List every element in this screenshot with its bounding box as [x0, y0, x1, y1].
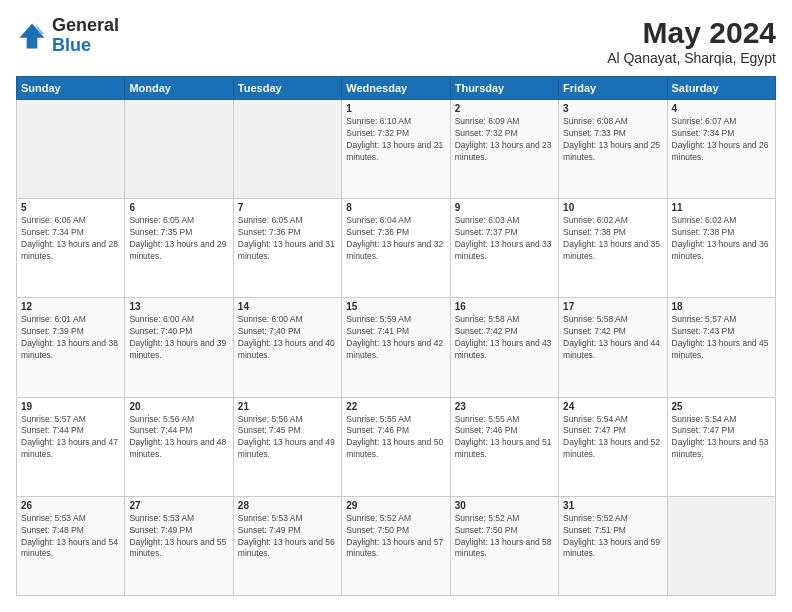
calendar-cell: 18Sunrise: 5:57 AMSunset: 7:43 PMDayligh… — [667, 298, 775, 397]
day-number: 22 — [346, 401, 445, 412]
day-number: 9 — [455, 202, 554, 213]
calendar-cell: 6Sunrise: 6:05 AMSunset: 7:35 PMDaylight… — [125, 199, 233, 298]
calendar-cell: 16Sunrise: 5:58 AMSunset: 7:42 PMDayligh… — [450, 298, 558, 397]
day-number: 8 — [346, 202, 445, 213]
calendar-cell: 30Sunrise: 5:52 AMSunset: 7:50 PMDayligh… — [450, 496, 558, 595]
day-number: 5 — [21, 202, 120, 213]
day-number: 3 — [563, 103, 662, 114]
calendar-cell: 28Sunrise: 5:53 AMSunset: 7:49 PMDayligh… — [233, 496, 341, 595]
day-info: Sunrise: 5:57 AMSunset: 7:43 PMDaylight:… — [672, 314, 771, 362]
day-number: 25 — [672, 401, 771, 412]
svg-marker-0 — [20, 23, 45, 48]
calendar-cell: 19Sunrise: 5:57 AMSunset: 7:44 PMDayligh… — [17, 397, 125, 496]
day-info: Sunrise: 5:58 AMSunset: 7:42 PMDaylight:… — [563, 314, 662, 362]
day-info: Sunrise: 6:02 AMSunset: 7:38 PMDaylight:… — [563, 215, 662, 263]
day-info: Sunrise: 5:52 AMSunset: 7:50 PMDaylight:… — [455, 513, 554, 561]
day-number: 11 — [672, 202, 771, 213]
day-info: Sunrise: 5:58 AMSunset: 7:42 PMDaylight:… — [455, 314, 554, 362]
day-number: 31 — [563, 500, 662, 511]
weekday-header-friday: Friday — [559, 77, 667, 100]
day-info: Sunrise: 6:05 AMSunset: 7:36 PMDaylight:… — [238, 215, 337, 263]
day-info: Sunrise: 6:07 AMSunset: 7:34 PMDaylight:… — [672, 116, 771, 164]
weekday-header-thursday: Thursday — [450, 77, 558, 100]
day-number: 18 — [672, 301, 771, 312]
day-info: Sunrise: 5:55 AMSunset: 7:46 PMDaylight:… — [346, 414, 445, 462]
calendar-cell: 10Sunrise: 6:02 AMSunset: 7:38 PMDayligh… — [559, 199, 667, 298]
calendar-cell: 22Sunrise: 5:55 AMSunset: 7:46 PMDayligh… — [342, 397, 450, 496]
logo: General Blue — [16, 16, 119, 56]
day-info: Sunrise: 6:08 AMSunset: 7:33 PMDaylight:… — [563, 116, 662, 164]
day-info: Sunrise: 6:04 AMSunset: 7:36 PMDaylight:… — [346, 215, 445, 263]
calendar-cell: 25Sunrise: 5:54 AMSunset: 7:47 PMDayligh… — [667, 397, 775, 496]
day-number: 20 — [129, 401, 228, 412]
day-info: Sunrise: 6:00 AMSunset: 7:40 PMDaylight:… — [129, 314, 228, 362]
day-info: Sunrise: 6:03 AMSunset: 7:37 PMDaylight:… — [455, 215, 554, 263]
day-number: 19 — [21, 401, 120, 412]
day-info: Sunrise: 5:54 AMSunset: 7:47 PMDaylight:… — [563, 414, 662, 462]
day-number: 26 — [21, 500, 120, 511]
day-number: 1 — [346, 103, 445, 114]
calendar-cell — [125, 100, 233, 199]
calendar-cell: 7Sunrise: 6:05 AMSunset: 7:36 PMDaylight… — [233, 199, 341, 298]
calendar-cell: 9Sunrise: 6:03 AMSunset: 7:37 PMDaylight… — [450, 199, 558, 298]
day-number: 16 — [455, 301, 554, 312]
calendar-cell: 20Sunrise: 5:56 AMSunset: 7:44 PMDayligh… — [125, 397, 233, 496]
day-number: 13 — [129, 301, 228, 312]
day-number: 28 — [238, 500, 337, 511]
calendar-cell: 3Sunrise: 6:08 AMSunset: 7:33 PMDaylight… — [559, 100, 667, 199]
calendar-cell: 24Sunrise: 5:54 AMSunset: 7:47 PMDayligh… — [559, 397, 667, 496]
calendar-cell: 2Sunrise: 6:09 AMSunset: 7:32 PMDaylight… — [450, 100, 558, 199]
calendar-cell — [233, 100, 341, 199]
day-info: Sunrise: 5:55 AMSunset: 7:46 PMDaylight:… — [455, 414, 554, 462]
day-info: Sunrise: 5:53 AMSunset: 7:49 PMDaylight:… — [238, 513, 337, 561]
subtitle: Al Qanayat, Sharqia, Egypt — [607, 50, 776, 66]
logo-text: General Blue — [52, 16, 119, 56]
day-info: Sunrise: 5:53 AMSunset: 7:49 PMDaylight:… — [129, 513, 228, 561]
calendar-cell: 12Sunrise: 6:01 AMSunset: 7:39 PMDayligh… — [17, 298, 125, 397]
weekday-header-tuesday: Tuesday — [233, 77, 341, 100]
day-info: Sunrise: 6:05 AMSunset: 7:35 PMDaylight:… — [129, 215, 228, 263]
weekday-header-monday: Monday — [125, 77, 233, 100]
calendar-cell: 29Sunrise: 5:52 AMSunset: 7:50 PMDayligh… — [342, 496, 450, 595]
header: General Blue May 2024 Al Qanayat, Sharqi… — [16, 16, 776, 66]
day-info: Sunrise: 5:52 AMSunset: 7:50 PMDaylight:… — [346, 513, 445, 561]
day-info: Sunrise: 5:54 AMSunset: 7:47 PMDaylight:… — [672, 414, 771, 462]
page: General Blue May 2024 Al Qanayat, Sharqi… — [0, 0, 792, 612]
calendar-cell: 4Sunrise: 6:07 AMSunset: 7:34 PMDaylight… — [667, 100, 775, 199]
day-number: 23 — [455, 401, 554, 412]
day-number: 30 — [455, 500, 554, 511]
calendar-cell: 27Sunrise: 5:53 AMSunset: 7:49 PMDayligh… — [125, 496, 233, 595]
day-number: 4 — [672, 103, 771, 114]
weekday-header-wednesday: Wednesday — [342, 77, 450, 100]
calendar-cell — [667, 496, 775, 595]
calendar-cell: 11Sunrise: 6:02 AMSunset: 7:38 PMDayligh… — [667, 199, 775, 298]
day-info: Sunrise: 6:00 AMSunset: 7:40 PMDaylight:… — [238, 314, 337, 362]
day-number: 6 — [129, 202, 228, 213]
day-number: 29 — [346, 500, 445, 511]
day-number: 7 — [238, 202, 337, 213]
day-info: Sunrise: 5:59 AMSunset: 7:41 PMDaylight:… — [346, 314, 445, 362]
day-number: 15 — [346, 301, 445, 312]
day-number: 2 — [455, 103, 554, 114]
calendar-cell — [17, 100, 125, 199]
day-number: 27 — [129, 500, 228, 511]
calendar-cell: 15Sunrise: 5:59 AMSunset: 7:41 PMDayligh… — [342, 298, 450, 397]
day-number: 14 — [238, 301, 337, 312]
day-info: Sunrise: 6:09 AMSunset: 7:32 PMDaylight:… — [455, 116, 554, 164]
day-number: 24 — [563, 401, 662, 412]
calendar-table: SundayMondayTuesdayWednesdayThursdayFrid… — [16, 76, 776, 596]
calendar-cell: 21Sunrise: 5:56 AMSunset: 7:45 PMDayligh… — [233, 397, 341, 496]
day-info: Sunrise: 5:56 AMSunset: 7:44 PMDaylight:… — [129, 414, 228, 462]
calendar-cell: 23Sunrise: 5:55 AMSunset: 7:46 PMDayligh… — [450, 397, 558, 496]
logo-icon — [16, 20, 48, 52]
weekday-header-saturday: Saturday — [667, 77, 775, 100]
day-info: Sunrise: 6:01 AMSunset: 7:39 PMDaylight:… — [21, 314, 120, 362]
day-info: Sunrise: 5:53 AMSunset: 7:48 PMDaylight:… — [21, 513, 120, 561]
calendar-cell: 13Sunrise: 6:00 AMSunset: 7:40 PMDayligh… — [125, 298, 233, 397]
calendar-cell: 17Sunrise: 5:58 AMSunset: 7:42 PMDayligh… — [559, 298, 667, 397]
weekday-header-sunday: Sunday — [17, 77, 125, 100]
day-number: 12 — [21, 301, 120, 312]
day-info: Sunrise: 6:06 AMSunset: 7:34 PMDaylight:… — [21, 215, 120, 263]
day-info: Sunrise: 5:56 AMSunset: 7:45 PMDaylight:… — [238, 414, 337, 462]
calendar-cell: 1Sunrise: 6:10 AMSunset: 7:32 PMDaylight… — [342, 100, 450, 199]
